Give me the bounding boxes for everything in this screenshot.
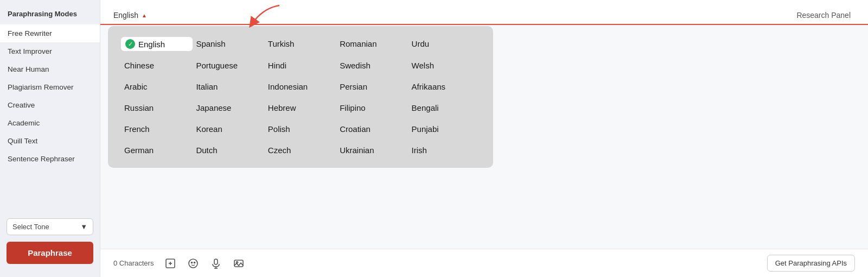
lang-item-filipino[interactable]: Filipino [336,101,408,115]
emoji-icon[interactable] [186,256,200,270]
sidebar-item-free-rewriter[interactable]: Free Rewriter [0,24,100,42]
lang-item-punjabi[interactable]: Punjabi [409,122,480,136]
lang-label: Bengali [412,103,439,112]
sidebar-item-quill-text[interactable]: Quill Text [0,132,100,150]
lang-item-korean[interactable]: Korean [193,122,264,136]
lang-label: Punjabi [412,124,439,134]
lang-item-czech[interactable]: Czech [265,143,336,157]
get-paraphrasing-apis-button[interactable]: Get Paraphrasing APIs [767,255,855,272]
upload-icon[interactable] [163,256,177,270]
svg-point-3 [189,259,197,268]
lang-label: English [138,40,165,49]
lang-label: Japanese [196,103,231,112]
lang-label: German [124,146,154,155]
lang-label: Swedish [340,61,371,70]
bottom-icons [163,256,246,270]
lang-item-ukrainian[interactable]: Ukrainian [336,143,408,157]
svg-point-4 [192,262,193,263]
lang-item-persian[interactable]: Persian [336,80,408,93]
selected-language-label: English [113,11,138,20]
lang-label: Welsh [412,61,434,70]
lang-label: Polish [268,124,290,134]
select-tone-dropdown[interactable]: Select Tone ▼ [7,218,93,235]
sidebar-item-academic[interactable]: Academic [0,114,100,132]
character-count: 0 Characters [113,259,154,267]
sidebar-item-plagiarism-remover[interactable]: Plagiarism Remover [0,78,100,96]
lang-label: Urdu [412,39,430,48]
lang-item-arabic[interactable]: Arabic [121,80,193,93]
language-arrow-icon: ▲ [142,12,147,18]
research-panel-button[interactable]: Research Panel [792,7,855,24]
lang-item-hindi[interactable]: Hindi [265,59,336,72]
lang-label: Romanian [340,39,376,48]
lang-label: Spanish [196,39,225,48]
lang-label: Ukrainian [340,146,374,155]
lang-label: Dutch [196,146,217,155]
lang-item-german[interactable]: German [121,143,193,157]
lang-item-irish[interactable]: Irish [409,143,480,157]
lang-item-italian[interactable]: Italian [193,80,264,93]
lang-label: Czech [268,146,291,155]
lang-item-hebrew[interactable]: Hebrew [265,101,336,115]
language-dropdown: ✓EnglishSpanishTurkishRomanianUrduChines… [108,26,493,168]
top-bar: English ▲ Research Panel [100,0,868,25]
chevron-down-icon: ▼ [80,223,87,231]
lang-label: Croatian [340,124,371,134]
sidebar-items: Free RewriterText ImproverNear HumanPlag… [0,24,100,168]
lang-label: Portuguese [196,61,238,70]
lang-label: Italian [196,82,218,91]
lang-item-swedish[interactable]: Swedish [336,59,408,72]
main-layout: Paraphrasing Modes Free RewriterText Imp… [0,0,868,277]
check-icon: ✓ [125,39,135,49]
lang-item-welsh[interactable]: Welsh [409,59,480,72]
sidebar-item-creative[interactable]: Creative [0,96,100,114]
sidebar-item-near-human[interactable]: Near Human [0,60,100,78]
image-icon[interactable] [232,256,246,270]
svg-rect-6 [214,259,218,265]
lang-item-english[interactable]: ✓English [121,37,193,51]
svg-point-5 [194,262,195,263]
lang-label: Afrikaans [412,82,446,91]
paraphrase-button[interactable]: Paraphrase [7,242,93,264]
bottom-bar: 0 Characters [100,249,868,277]
microphone-icon[interactable] [209,256,223,270]
select-tone-label: Select Tone [12,223,49,231]
language-grid: ✓EnglishSpanishTurkishRomanianUrduChines… [121,37,480,157]
lang-label: Filipino [340,103,366,112]
lang-item-romanian[interactable]: Romanian [336,37,408,51]
language-selector[interactable]: English ▲ [108,7,152,24]
lang-item-spanish[interactable]: Spanish [193,37,264,51]
lang-item-urdu[interactable]: Urdu [409,37,480,51]
lang-item-dutch[interactable]: Dutch [193,143,264,157]
sidebar-item-text-improver[interactable]: Text Improver [0,42,100,60]
lang-label: Indonesian [268,82,308,91]
lang-label: Irish [412,146,427,155]
sidebar: Paraphrasing Modes Free RewriterText Imp… [0,0,100,277]
lang-item-polish[interactable]: Polish [265,122,336,136]
lang-item-afrikaans[interactable]: Afrikaans [409,80,480,93]
lang-label: Persian [340,82,367,91]
lang-label: Korean [196,124,222,134]
lang-label: French [124,124,150,134]
lang-label: Hebrew [268,103,296,112]
lang-item-bengali[interactable]: Bengali [409,101,480,115]
lang-label: Hindi [268,61,286,70]
lang-item-russian[interactable]: Russian [121,101,193,115]
lang-item-indonesian[interactable]: Indonesian [265,80,336,93]
content-area: English ▲ Research Panel ✓EnglishSpanish… [100,0,868,277]
lang-item-croatian[interactable]: Croatian [336,122,408,136]
lang-label: Arabic [124,82,148,91]
lang-label: Chinese [124,61,154,70]
sidebar-title: Paraphrasing Modes [0,5,100,24]
lang-item-japanese[interactable]: Japanese [193,101,264,115]
lang-item-portuguese[interactable]: Portuguese [193,59,264,72]
lang-item-chinese[interactable]: Chinese [121,59,193,72]
lang-label: Russian [124,103,154,112]
lang-item-turkish[interactable]: Turkish [265,37,336,51]
lang-label: Turkish [268,39,295,48]
sidebar-bottom: Select Tone ▼ Paraphrase [0,212,100,272]
sidebar-item-sentence-rephraser[interactable]: Sentence Rephraser [0,150,100,168]
lang-item-french[interactable]: French [121,122,193,136]
